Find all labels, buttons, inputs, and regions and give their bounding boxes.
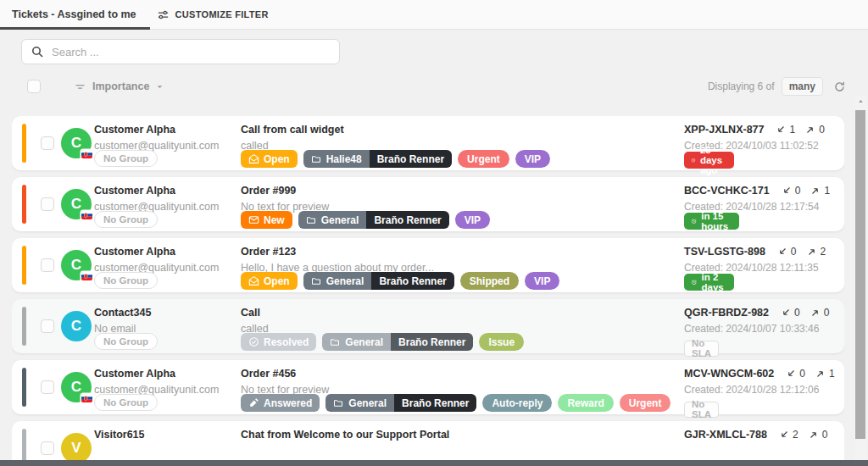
flag-icon bbox=[81, 211, 92, 219]
received-counter: 1 bbox=[776, 124, 795, 136]
ticket-checkbox[interactable] bbox=[41, 136, 54, 150]
ticket-subject: Order #456 bbox=[241, 368, 296, 380]
sla-badge: No SLA bbox=[684, 402, 719, 418]
ticket-checkbox[interactable] bbox=[41, 258, 54, 272]
search-box bbox=[21, 39, 340, 64]
received-count: 2 bbox=[793, 429, 798, 441]
select-all-checkbox[interactable] bbox=[27, 80, 41, 93]
tag-list: Auto-replyRewardUrgent bbox=[482, 394, 670, 412]
sent-count: 0 bbox=[822, 429, 828, 441]
badge-row: Resolved General Braňo Renner Issue bbox=[241, 333, 524, 351]
sent-counter: 1 bbox=[815, 368, 835, 380]
contact-name: Customer Alpha bbox=[94, 124, 175, 136]
sent-count: 1 bbox=[824, 185, 830, 197]
tag-pill: Urgent bbox=[458, 150, 509, 168]
tab-tickets-assigned[interactable]: Tickets - Assgined to me bbox=[0, 0, 150, 30]
sent-count: 0 bbox=[824, 307, 830, 319]
tag-list: Issue bbox=[479, 333, 524, 351]
ticket-checkbox[interactable] bbox=[41, 441, 54, 455]
contact-name: Visitor615 bbox=[94, 429, 145, 441]
arrow-down-left-icon bbox=[779, 430, 789, 440]
tag-pill: Issue bbox=[479, 333, 524, 351]
ticket-checkbox[interactable] bbox=[41, 319, 54, 333]
sort-importance-dropdown[interactable]: Importance bbox=[74, 80, 164, 93]
status-badge: Open bbox=[241, 272, 298, 290]
ticket-code: GJR-XMLCL-788 bbox=[684, 429, 767, 441]
sla-badge: 25 days ago bbox=[684, 152, 734, 169]
department-agent-pill: Halie48 Braňo Renner bbox=[303, 150, 452, 168]
customize-filter-button[interactable]: CUSTOMIZE FILTER bbox=[157, 8, 269, 21]
received-counter: 0 bbox=[786, 368, 805, 380]
arrow-down-left-icon bbox=[776, 125, 786, 135]
status-badge: New bbox=[241, 211, 292, 229]
ticket-row[interactable]: V Visitor615 Chat from Welcome to our Su… bbox=[12, 421, 844, 460]
customize-filter-label: CUSTOMIZE FILTER bbox=[175, 9, 269, 19]
received-count: 0 bbox=[791, 246, 797, 258]
sent-counter: 2 bbox=[807, 246, 826, 258]
tag-pill: VIP bbox=[455, 211, 490, 229]
status-badge: Open bbox=[241, 150, 298, 168]
sent-counter: 1 bbox=[810, 185, 830, 197]
ticket-list: C Customer Alpha customer@qualityunit.co… bbox=[12, 116, 844, 460]
ticket-code: QGR-FBRDZ-982 bbox=[684, 307, 769, 319]
sort-label: Importance bbox=[92, 80, 149, 92]
scrollbar-up-arrow[interactable] bbox=[854, 97, 866, 105]
ticket-code: BCC-VCHKC-171 bbox=[684, 185, 770, 197]
arrow-up-right-icon bbox=[809, 430, 819, 440]
priority-bar bbox=[22, 246, 26, 285]
priority-bar bbox=[22, 307, 26, 346]
displaying-label: Displaying 6 of bbox=[708, 80, 775, 92]
status-badge: Resolved bbox=[241, 333, 316, 351]
department-segment: Halie48 bbox=[303, 150, 370, 168]
ticket-subject: Call bbox=[241, 307, 260, 319]
department-agent-pill: General Braňo Renner bbox=[326, 394, 476, 412]
arrow-up-right-icon bbox=[810, 186, 821, 196]
arrow-down-left-icon bbox=[786, 369, 796, 379]
priority-bar bbox=[22, 124, 26, 163]
ticket-code: MCV-WNGCM-602 bbox=[684, 368, 774, 380]
arrow-down-left-icon bbox=[777, 247, 787, 257]
priority-bar bbox=[22, 185, 26, 224]
sla-badge: No SLA bbox=[684, 341, 719, 357]
chevron-down-icon bbox=[155, 82, 164, 92]
badge-row: Answered General Braňo Renner Auto-reply… bbox=[241, 394, 670, 412]
sent-count: 2 bbox=[821, 246, 826, 258]
search-icon bbox=[31, 45, 44, 58]
ticket-subject: Order #123 bbox=[241, 246, 296, 258]
created-text: Created: 2024/10/28 12:12:06 bbox=[684, 384, 819, 396]
department-agent-pill: General Braňo Renner bbox=[303, 272, 454, 290]
count-chip[interactable]: many bbox=[782, 77, 823, 96]
group-chip: No Group bbox=[94, 394, 158, 411]
contact-name: Customer Alpha bbox=[94, 185, 175, 197]
group-chip: No Group bbox=[94, 333, 158, 350]
tag-pill: Auto-reply bbox=[482, 394, 552, 412]
search-input[interactable] bbox=[52, 46, 331, 58]
ticket-code: TSV-LGSTG-898 bbox=[684, 246, 765, 258]
badge-row: Open General Braňo Renner ShippedVIP bbox=[241, 272, 559, 290]
contact-name: Customer Alpha bbox=[94, 368, 175, 380]
received-count: 0 bbox=[794, 307, 800, 319]
ticket-subject: Call from call widget bbox=[241, 124, 344, 136]
tag-pill: VIP bbox=[525, 272, 559, 290]
ticket-row[interactable]: C Customer Alpha customer@qualityunit.co… bbox=[12, 238, 844, 292]
list-toolbar: Importance Displaying 6 of many bbox=[27, 77, 846, 96]
flag-icon bbox=[81, 394, 92, 402]
ticket-row[interactable]: C Customer Alpha customer@qualityunit.co… bbox=[12, 116, 844, 170]
ticket-row[interactable]: C Customer Alpha customer@qualityunit.co… bbox=[12, 177, 844, 231]
ticket-row[interactable]: C Contact345 No email No Group Call call… bbox=[12, 299, 844, 353]
scrollbar-thumb[interactable] bbox=[855, 110, 865, 439]
ticket-checkbox[interactable] bbox=[41, 197, 54, 211]
department-segment: General bbox=[326, 394, 394, 412]
agent-segment: Braňo Renner bbox=[371, 272, 453, 290]
refresh-icon[interactable] bbox=[833, 80, 846, 93]
arrow-up-right-icon bbox=[807, 247, 817, 257]
window-bottom-edge bbox=[0, 460, 868, 466]
sent-counter: 0 bbox=[809, 429, 828, 441]
flag-icon bbox=[81, 272, 92, 280]
ticket-row[interactable]: C Customer Alpha customer@qualityunit.co… bbox=[12, 360, 844, 414]
badge-row: New General Braňo Renner VIP bbox=[241, 211, 490, 229]
ticket-checkbox[interactable] bbox=[41, 380, 54, 394]
arrow-down-left-icon bbox=[781, 308, 791, 318]
group-chip: No Group bbox=[94, 150, 158, 167]
scrollbar-track[interactable] bbox=[854, 96, 866, 460]
